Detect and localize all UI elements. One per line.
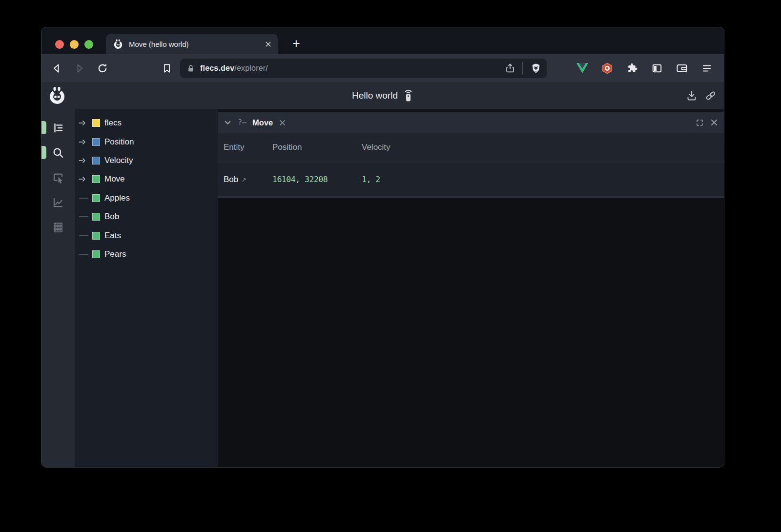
tree-expand-arrow: [79, 138, 87, 146]
entity-link-icon[interactable]: ↗: [241, 176, 247, 184]
tree-item-connector: [79, 119, 92, 127]
table-row[interactable]: Bob↗ 16104, 32208 1, 2: [218, 163, 724, 196]
tree-item-label: Apples: [104, 193, 130, 203]
position-value: 16104, 32208: [272, 175, 362, 184]
urlbar-divider: [522, 62, 523, 75]
bookmark-icon[interactable]: [160, 61, 174, 76]
brave-shields-icon[interactable]: [530, 62, 542, 74]
browser-window: Move (hello world) +: [41, 27, 724, 468]
share-link-icon[interactable]: [704, 89, 717, 102]
new-tab-button[interactable]: +: [288, 34, 305, 53]
explorer-content: flecs Position Velocity: [41, 109, 724, 468]
tree-item-swatch: [92, 119, 100, 127]
tree-item-label: Eats: [104, 231, 121, 241]
tree-item[interactable]: Bob: [75, 207, 218, 226]
world-title: Hello world: [352, 90, 398, 101]
tree-item-swatch: [92, 138, 100, 146]
tree-item-label: Position: [104, 137, 134, 147]
tree-view-icon[interactable]: [41, 115, 75, 140]
tree-item[interactable]: flecs: [75, 114, 218, 132]
column-header-position: Position: [272, 143, 362, 152]
collapse-chevron-icon[interactable]: [224, 119, 232, 127]
back-icon[interactable]: [49, 61, 64, 76]
wallet-icon[interactable]: [676, 62, 688, 75]
extension-buttons: [576, 62, 713, 75]
tree-item-swatch: [92, 232, 100, 240]
url-domain: flecs.dev: [200, 64, 234, 72]
desktop-background: Move (hello world) +: [0, 0, 781, 532]
forward-icon[interactable]: [72, 61, 87, 76]
download-icon[interactable]: [685, 89, 698, 102]
close-window-button[interactable]: [55, 40, 64, 49]
query-type-icon: ?–: [238, 118, 247, 127]
extensions-puzzle-icon[interactable]: [626, 62, 638, 75]
url-path: /explorer/: [234, 64, 268, 72]
world-title-group: Hello world: [41, 89, 724, 102]
stats-chart-icon[interactable]: [41, 190, 75, 215]
panel-close-icon[interactable]: [710, 119, 718, 126]
tree-item-label: flecs: [104, 118, 122, 128]
url-text: flecs.dev/explorer/: [200, 64, 268, 73]
query-panel-empty-area: [218, 198, 724, 468]
browser-menu-icon[interactable]: [700, 62, 713, 75]
lock-icon: [186, 64, 195, 73]
browser-tab[interactable]: Move (hello world): [106, 34, 278, 54]
tree-leaf-line: [79, 213, 89, 221]
tree-item[interactable]: Move: [75, 170, 218, 188]
reload-icon[interactable]: [95, 61, 110, 76]
hexagon-extension-icon[interactable]: [601, 62, 614, 75]
window-controls: [55, 40, 93, 49]
tree-leaf-line: [79, 250, 89, 258]
tree-item[interactable]: Velocity: [75, 151, 218, 170]
tree-item-connector: [79, 157, 92, 164]
url-bar[interactable]: flecs.dev/explorer/: [180, 59, 547, 78]
vue-devtools-icon[interactable]: [576, 62, 589, 75]
tab-close-icon[interactable]: [265, 41, 272, 48]
query-clear-icon[interactable]: [279, 119, 286, 126]
tree-item[interactable]: Eats: [75, 226, 218, 245]
tree-item-label: Move: [104, 174, 125, 184]
search-icon[interactable]: [41, 140, 75, 165]
tree-item-swatch: [92, 194, 100, 202]
query-panel-header: ?– Move: [218, 112, 724, 133]
tree-item[interactable]: Position: [75, 132, 218, 151]
zoom-window-button[interactable]: [84, 40, 93, 49]
tree-leaf-line: [79, 232, 89, 240]
tree-item-swatch: [92, 175, 100, 183]
tree-item-label: Velocity: [104, 156, 133, 165]
tree-list: flecs Position Velocity: [75, 114, 218, 264]
main-area: ?– Move: [218, 109, 724, 468]
minimize-window-button[interactable]: [70, 40, 79, 49]
sidebar-toggle-icon[interactable]: [651, 62, 663, 75]
tree-item[interactable]: Pears: [75, 245, 218, 264]
app-header: Hello world: [41, 82, 724, 109]
fullscreen-icon[interactable]: [695, 118, 704, 127]
tree-item-connector: [79, 194, 92, 202]
tree-leaf-line: [79, 194, 89, 202]
browser-navbar: flecs.dev/explorer/: [41, 54, 724, 82]
entity-tree-panel: flecs Position Velocity: [75, 109, 218, 468]
results-table-header: Entity Position Velocity: [218, 133, 724, 163]
app-header-actions: [685, 89, 717, 102]
tree-item-connector: [79, 232, 92, 240]
tree-item-swatch: [92, 213, 100, 221]
tree-expand-arrow: [79, 119, 87, 127]
entity-name[interactable]: Bob: [224, 175, 238, 184]
tree-item-swatch: [92, 157, 100, 164]
tree-expand-arrow: [79, 157, 87, 164]
query-results: Bob↗ 16104, 32208 1, 2: [218, 163, 724, 196]
tree-item[interactable]: Apples: [75, 189, 218, 207]
tab-title: Move (hello world): [129, 40, 265, 48]
column-header-velocity: Velocity: [362, 143, 390, 152]
inspector-icon[interactable]: [41, 165, 75, 190]
column-header-entity: Entity: [224, 143, 272, 152]
tree-item-connector: [79, 213, 92, 221]
browser-titlebar: Move (hello world) +: [41, 27, 724, 54]
tool-sidebar: [41, 109, 75, 468]
data-tables-icon[interactable]: [41, 215, 75, 240]
velocity-value: 1, 2: [362, 175, 380, 184]
query-title: Move: [252, 118, 273, 127]
remote-connection-icon[interactable]: [403, 89, 413, 102]
tree-item-connector: [79, 175, 92, 183]
share-icon[interactable]: [505, 63, 515, 74]
